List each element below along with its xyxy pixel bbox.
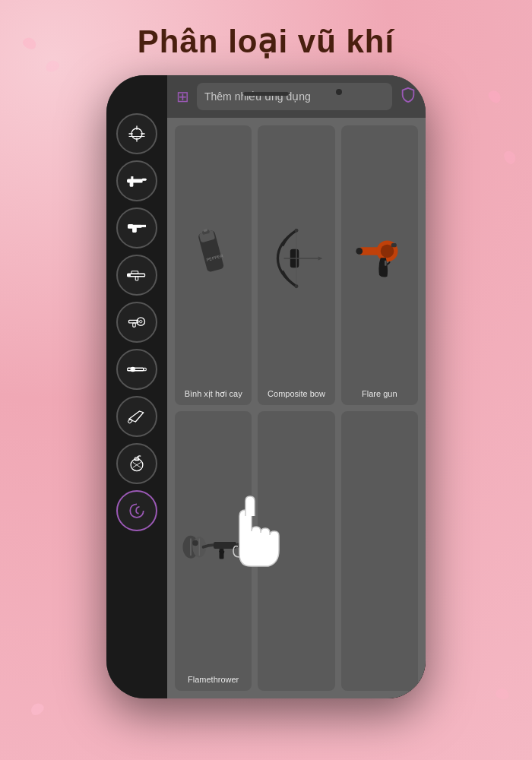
- sidebar-btn-9[interactable]: [116, 490, 157, 531]
- sidebar-btn-4[interactable]: [116, 255, 157, 296]
- weapon-image-flare: [344, 131, 415, 386]
- svg-point-40: [295, 229, 299, 233]
- svg-rect-7: [142, 179, 146, 180]
- svg-rect-11: [133, 227, 136, 232]
- sidebar-btn-8[interactable]: [116, 443, 157, 484]
- grid-icon: ⊞: [176, 87, 189, 106]
- svg-rect-46: [385, 261, 387, 266]
- weapon-image-pepper: PEPPER: [178, 131, 249, 386]
- weapon-label-pepper: Bình xịt hơi cay: [185, 389, 242, 399]
- svg-rect-9: [130, 182, 133, 186]
- weapon-card-empty-1: [258, 411, 334, 691]
- phone-speaker: [243, 92, 289, 96]
- svg-point-24: [131, 369, 134, 371]
- svg-rect-13: [141, 226, 145, 227]
- svg-point-0: [131, 128, 142, 139]
- svg-marker-39: [318, 257, 323, 261]
- sidebar-btn-6[interactable]: [116, 349, 157, 390]
- svg-rect-51: [236, 543, 245, 548]
- svg-rect-45: [391, 243, 397, 247]
- sidebar-btn-3[interactable]: [116, 207, 157, 249]
- weapon-card-flamethrower[interactable]: Flamethrower: [175, 411, 252, 691]
- shield-icon: [400, 87, 416, 107]
- weapon-label-flamethrower: Flamethrower: [188, 675, 239, 685]
- svg-point-20: [140, 320, 143, 323]
- svg-rect-50: [214, 542, 236, 549]
- weapon-card-composite-bow[interactable]: Composite bow: [258, 125, 334, 405]
- weapon-card-empty-2: [341, 411, 418, 691]
- sidebar-btn-7[interactable]: [116, 396, 157, 437]
- svg-rect-21: [133, 323, 136, 327]
- svg-point-47: [356, 248, 363, 255]
- weapon-label-flare: Flare gun: [362, 389, 397, 399]
- sidebar: [106, 75, 167, 698]
- sidebar-btn-1[interactable]: [116, 113, 157, 154]
- grid-area: PEPPER Bình xịt hơi cay: [167, 118, 426, 698]
- sidebar-btn-2[interactable]: [116, 160, 157, 201]
- phone-screen: ⊞ Thêm nhiều ứng dụng: [106, 75, 426, 698]
- svg-rect-8: [131, 177, 133, 180]
- svg-rect-17: [128, 274, 131, 276]
- svg-rect-15: [131, 271, 138, 274]
- weapon-image-flamethrower: [178, 417, 249, 672]
- sidebar-btn-5[interactable]: [116, 302, 157, 343]
- top-bar: ⊞ Thêm nhiều ứng dụng: [167, 75, 426, 118]
- search-bar[interactable]: Thêm nhiều ứng dụng: [197, 83, 392, 110]
- weapon-card-pepper[interactable]: PEPPER Bình xịt hơi cay: [175, 125, 252, 405]
- main-content: ⊞ Thêm nhiều ứng dụng: [167, 75, 426, 698]
- svg-rect-26: [128, 419, 132, 423]
- page-title: Phân loại vũ khí: [138, 23, 394, 60]
- svg-rect-16: [135, 277, 138, 280]
- svg-rect-25: [144, 368, 147, 371]
- weapon-label-bow: Composite bow: [268, 389, 325, 399]
- svg-point-41: [295, 285, 299, 289]
- svg-rect-12: [128, 225, 133, 228]
- svg-rect-52: [219, 549, 223, 559]
- front-camera: [336, 89, 342, 95]
- svg-rect-22: [128, 368, 144, 371]
- svg-point-53: [192, 540, 198, 546]
- svg-rect-6: [128, 179, 142, 182]
- weapon-card-flare-gun[interactable]: Flare gun: [341, 125, 418, 405]
- phone-frame: ⊞ Thêm nhiều ứng dụng: [106, 75, 426, 698]
- weapon-image-bow: [261, 131, 331, 386]
